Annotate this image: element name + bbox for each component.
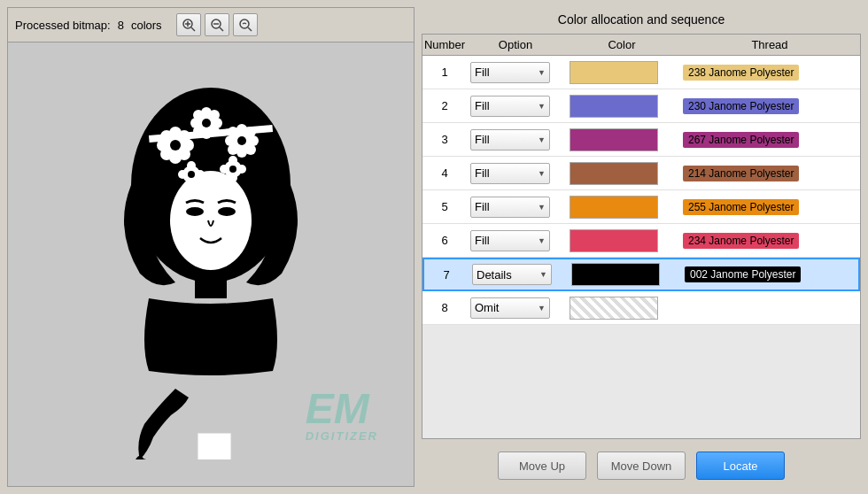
zoom-reset-button[interactable]: [233, 13, 258, 36]
move-down-button[interactable]: Move Down: [597, 452, 686, 480]
svg-point-31: [209, 110, 220, 120]
zoom-in-button[interactable]: [176, 13, 201, 36]
row-color-cell: [566, 263, 681, 286]
select-arrow-icon: ▼: [538, 304, 546, 313]
option-select[interactable]: Fill▼: [470, 96, 550, 117]
svg-line-5: [220, 27, 223, 31]
table-row[interactable]: 1Fill▼238 Janome Polyester: [422, 56, 860, 89]
table-row[interactable]: 8Omit▼: [422, 291, 860, 325]
svg-point-20: [160, 130, 173, 143]
row-thread-cell: 267 Janome Polyester: [679, 132, 860, 148]
table-row[interactable]: 7Details▼002 Janome Polyester: [422, 258, 860, 291]
option-value: Fill: [475, 166, 490, 180]
option-select[interactable]: Fill▼: [470, 197, 550, 218]
thread-label: 238 Janome Polyester: [683, 65, 799, 81]
row-option: Fill▼: [467, 96, 564, 117]
select-arrow-icon: ▼: [538, 68, 546, 77]
svg-rect-58: [198, 433, 231, 459]
option-value: Fill: [475, 99, 490, 112]
svg-point-24: [170, 140, 181, 151]
select-arrow-icon: ▼: [538, 135, 546, 144]
row-color-cell: [564, 229, 679, 252]
color-swatch[interactable]: [570, 162, 658, 185]
thread-label: 230 Janome Polyester: [683, 98, 799, 114]
svg-point-54: [220, 165, 229, 174]
thread-label: 234 Janome Polyester: [683, 233, 799, 249]
row-color-cell: [564, 128, 679, 151]
watermark: EM DIGITIZER: [306, 388, 378, 442]
svg-line-1: [191, 27, 195, 31]
right-title: Color allocation and sequence: [422, 7, 861, 28]
select-arrow-icon: ▼: [538, 102, 546, 111]
option-select[interactable]: Omit▼: [470, 297, 550, 319]
option-value: Fill: [475, 66, 490, 79]
svg-point-48: [178, 170, 187, 179]
svg-rect-57: [195, 272, 227, 298]
option-select[interactable]: Details▼: [472, 264, 552, 285]
option-select[interactable]: Fill▼: [470, 163, 550, 184]
row-option: Fill▼: [467, 163, 564, 184]
thread-label: 002 Janome Polyester: [685, 266, 801, 282]
colors-unit: colors: [131, 19, 162, 32]
svg-point-7: [240, 19, 249, 28]
option-select[interactable]: Fill▼: [470, 230, 550, 251]
header-color: Color: [564, 38, 679, 51]
svg-point-13: [186, 207, 204, 216]
svg-point-12: [170, 171, 252, 270]
left-panel: Processed bitmap: 8 colors: [7, 7, 415, 487]
table-body: 1Fill▼238 Janome Polyester2Fill▼230 Jano…: [422, 56, 860, 325]
svg-point-42: [228, 144, 238, 155]
color-swatch[interactable]: [570, 196, 658, 219]
svg-point-49: [196, 170, 205, 179]
table-row[interactable]: 4Fill▼214 Janome Polyester: [422, 157, 860, 190]
option-select[interactable]: Fill▼: [470, 62, 550, 83]
row-color-cell: [564, 95, 679, 118]
table-row[interactable]: 2Fill▼230 Janome Polyester: [422, 89, 860, 123]
color-swatch[interactable]: [571, 263, 660, 286]
row-number: 6: [422, 234, 467, 247]
svg-point-33: [209, 126, 220, 136]
svg-point-23: [178, 148, 190, 160]
thread-label: 255 Janome Polyester: [683, 199, 799, 215]
svg-point-34: [202, 119, 211, 127]
table-header: Number Option Color Thread: [422, 35, 860, 56]
svg-point-41: [245, 127, 256, 137]
row-number: 2: [422, 99, 467, 112]
header-number: Number: [422, 38, 467, 51]
option-value: Omit: [475, 301, 499, 314]
option-value: Fill: [475, 200, 490, 213]
move-up-button[interactable]: Move Up: [498, 452, 586, 480]
row-thread-cell: 230 Janome Polyester: [679, 98, 860, 114]
left-toolbar: Processed bitmap: 8 colors: [8, 8, 414, 42]
option-select[interactable]: Fill▼: [470, 129, 550, 151]
row-option: Fill▼: [467, 230, 564, 251]
select-arrow-icon: ▼: [538, 203, 546, 212]
table-row[interactable]: 6Fill▼234 Janome Polyester: [422, 224, 860, 258]
svg-point-22: [160, 148, 173, 160]
select-arrow-icon: ▼: [539, 270, 547, 279]
svg-point-14: [218, 207, 236, 216]
header-thread: Thread: [679, 38, 860, 51]
row-option: Omit▼: [467, 297, 564, 319]
color-swatch[interactable]: [570, 128, 658, 151]
table-row[interactable]: 3Fill▼267 Janome Polyester: [422, 123, 860, 157]
row-number: 7: [424, 268, 469, 282]
svg-point-44: [237, 136, 246, 145]
row-color-cell: [564, 297, 679, 320]
row-thread-cell: 002 Janome Polyester: [681, 266, 858, 282]
svg-point-30: [193, 110, 204, 120]
color-swatch[interactable]: [570, 229, 658, 252]
row-color-cell: [564, 196, 679, 219]
zoom-out-button[interactable]: [205, 13, 229, 36]
locate-button[interactable]: Locate: [696, 452, 785, 480]
row-option: Fill▼: [467, 62, 564, 83]
color-swatch[interactable]: [570, 61, 658, 84]
table-row[interactable]: 5Fill▼255 Janome Polyester: [422, 190, 860, 224]
svg-point-43: [245, 144, 256, 155]
omit-swatch: [570, 297, 658, 320]
bitmap-canvas: EM DIGITIZER: [8, 42, 414, 486]
row-option: Details▼: [469, 264, 566, 285]
select-arrow-icon: ▼: [538, 169, 546, 178]
color-swatch[interactable]: [570, 95, 658, 118]
svg-line-8: [248, 27, 252, 31]
